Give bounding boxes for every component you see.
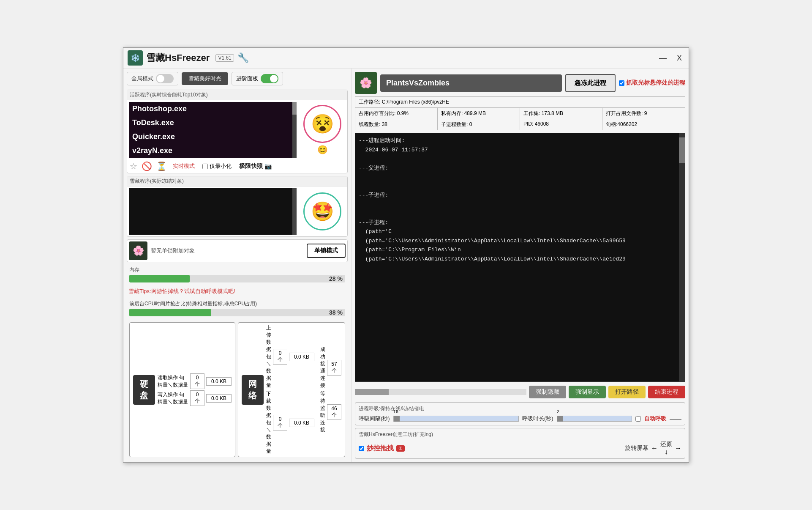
close-btn[interactable]: X (674, 53, 684, 63)
restore-label: 还原 (660, 441, 672, 448)
quick-photo-btn[interactable]: 极限快照 📷 (239, 162, 272, 170)
advance-toggle[interactable] (261, 74, 278, 83)
top-controls: 全局模式 雪藏美好时光 进阶面板 (127, 72, 348, 85)
process-item-1[interactable]: ToDesk.exe (129, 116, 297, 130)
disk-read-count: 0 个 (190, 373, 204, 389)
terminal-line-13: (path='C:\\Users\\Administrator\\AppData… (359, 255, 681, 263)
disk-label: 硬盘 (133, 375, 155, 405)
terminal-line-4 (359, 173, 681, 181)
drag-badge: ① (396, 445, 405, 452)
private-memory-cell: 私有内存: 489.9 MB (438, 108, 520, 119)
breath-duration-slider[interactable] (557, 416, 632, 422)
only-minimized-checkbox[interactable] (202, 164, 208, 169)
drag-checkbox[interactable] (359, 446, 364, 451)
net-rows: 上传 数据包＼数据量 0 个 0.0 KB 下载 数据包＼数据量 0 个 0.0… (266, 324, 314, 455)
process-name-bar: PlantsVsZombies (380, 74, 562, 92)
process-icon-circle: 😵 (303, 105, 341, 143)
process-list-scrollbar[interactable] (292, 102, 297, 158)
terminal-h-scroll[interactable] (355, 389, 526, 395)
net-upload-label: 上传 数据包＼数据量 (266, 324, 271, 389)
auto-breath-checkbox[interactable] (635, 416, 641, 422)
block-icon[interactable]: 🚫 (142, 161, 152, 171)
terminal-line-5 (359, 182, 681, 191)
frozen-list-scrollbar[interactable] (292, 188, 297, 235)
net-waiting-label: 等待监听连接 (320, 390, 325, 433)
net-waiting-count: 46 个 (327, 404, 341, 420)
frozen-section-title: 雪藏程序(实际冻结对象) (127, 176, 347, 186)
end-process-btn[interactable]: 结束进程 (648, 386, 685, 398)
beauty-btn[interactable]: 雪藏美好时光 (182, 72, 228, 85)
catch-cursor-label: 抓取光标悬停处的进程 (626, 79, 685, 87)
disk-write-row: 写入操作 句柄量＼数据量 0 个 0.0 KB (158, 390, 232, 406)
frozen-section-content: 🤩 (127, 186, 347, 236)
active-programs-section: 活跃程序(实时综合能耗Top10对象) Photoshop.exe ToDesk… (127, 90, 348, 173)
catch-cursor-checkbox[interactable] (619, 80, 624, 86)
star-icon[interactable]: ☆ (130, 161, 137, 171)
memory-percent: 28 % (329, 275, 343, 282)
memory-bar-inner (129, 275, 190, 282)
force-show-btn[interactable]: 强制显示 (569, 386, 606, 398)
process-header: 🌸 PlantsVsZombies 急冻此进程 抓取光标悬停处的进程 (355, 72, 685, 94)
process-item-0[interactable]: Photoshop.exe (129, 102, 297, 116)
breath-interval-label: 呼吸间隔(秒) (359, 415, 390, 422)
app-title: 雪藏HsFreezer (146, 52, 210, 64)
single-lock-btn[interactable]: 单锁模式 (307, 244, 346, 258)
cpu-section: 前后台CPU时间片抢占比(特殊相对量指标,非总CPU占用) 38 % (127, 299, 348, 318)
memory-label: 内存 (129, 266, 345, 274)
working-set-cell: 工作集: 173.8 MB (520, 108, 602, 119)
tips-text: 雪藏Tips:网游怕掉线？试试自动呼吸模式吧! (127, 287, 348, 296)
disk-write-label: 写入操作 句柄量＼数据量 (158, 391, 188, 406)
global-mode-label: 全局模式 (131, 75, 153, 82)
action-buttons-bar: 强制隐藏 强制显示 打开路径 结束进程 (529, 384, 685, 400)
force-hide-btn[interactable]: 强制隐藏 (529, 386, 566, 398)
terminal-line-8 (359, 209, 681, 218)
app-window: ❄️ 雪藏HsFreezer V1.61 🔧 — X 全局模式 雪藏美好时光 进… (123, 47, 689, 463)
realtime-mode-label: 实时模式 (173, 162, 195, 170)
process-icon-area: 😵 😊 (299, 102, 346, 158)
terminal-line-7 (359, 200, 681, 209)
freeze-btn[interactable]: 急冻此进程 (565, 74, 616, 92)
rotate-control: 旋转屏幕 ← 还原 ↓ → (625, 441, 681, 456)
net-upload-size: 0.0 KB (289, 353, 314, 361)
breath-duration-slider-wrap: 2 (557, 416, 632, 422)
only-minimized-group: 仅最小化 (202, 162, 232, 170)
open-path-btn[interactable]: 打开路径 (608, 386, 646, 398)
terminal-line-3: ---父进程: (359, 164, 681, 173)
frozen-emoji: 🤩 (311, 200, 334, 222)
arrow-down-btn[interactable]: ↓ (665, 448, 668, 456)
net-success-count: 57 个 (327, 360, 341, 376)
disk-write-size: 0.0 KB (206, 394, 232, 403)
terminal-line-1: 2024-06-07 11:57:37 (359, 146, 681, 154)
app-logo: ❄️ (128, 50, 143, 66)
breath-interval-slider[interactable] (393, 416, 519, 422)
net-label: 网络 (242, 375, 264, 405)
arrow-right-btn[interactable]: → (675, 444, 681, 452)
terminal-bottom-row: 强制隐藏 强制显示 打开路径 结束进程 (355, 384, 685, 400)
global-mode-toggle[interactable] (156, 74, 174, 83)
workshop-controls: 妙控拖拽 ① 旋转屏幕 ← 还原 ↓ → (359, 441, 681, 456)
breath-interval-thumb[interactable] (394, 416, 400, 422)
timer-icon[interactable]: ⏳ (156, 161, 167, 171)
breath-duration-thumb[interactable] (557, 416, 563, 422)
settings-icon[interactable]: 🔧 (237, 52, 249, 63)
net-download-count: 0 个 (273, 415, 287, 430)
info-row-threads: 线程数量: 38 子进程数量: 0 PID: 46008 句柄:4066202 (355, 119, 685, 130)
workshop-section: 雪藏HsFreezer创意工坊(扩充ing) 妙控拖拽 ① 旋转屏幕 ← 还原 … (355, 428, 685, 459)
single-lock-placeholder: 暂无单锁附加对象 (151, 247, 303, 255)
workshop-title: 雪藏HsFreezer创意工坊(扩充ing) (359, 431, 681, 438)
net-waiting-row: 等待监听连接 46 个 (320, 390, 341, 433)
action-icons-row: ☆ 🚫 ⏳ 实时模式 仅最小化 极限快照 📷 (127, 159, 347, 173)
net-download-size: 0.0 KB (289, 419, 314, 427)
breath-duration-label: 呼吸时长(秒) (522, 415, 553, 422)
process-item-2[interactable]: Quicker.exe (129, 130, 297, 144)
thread-count-cell: 线程数量: 38 (355, 119, 438, 130)
breath-interval-value: 16 (393, 409, 398, 414)
net-block: 网络 上传 数据包＼数据量 0 个 0.0 KB 下载 数据包＼数据量 0 个 … (238, 322, 345, 457)
arrow-left-btn[interactable]: ← (651, 444, 658, 452)
process-item-3[interactable]: v2rayN.exe (129, 144, 297, 158)
breath-dash: —— (670, 415, 681, 422)
catch-cursor-group: 抓取光标悬停处的进程 (619, 79, 685, 87)
terminal-scrollbar[interactable] (679, 133, 685, 381)
minimize-btn[interactable]: — (657, 53, 669, 63)
small-emoji: 😊 (317, 145, 328, 155)
